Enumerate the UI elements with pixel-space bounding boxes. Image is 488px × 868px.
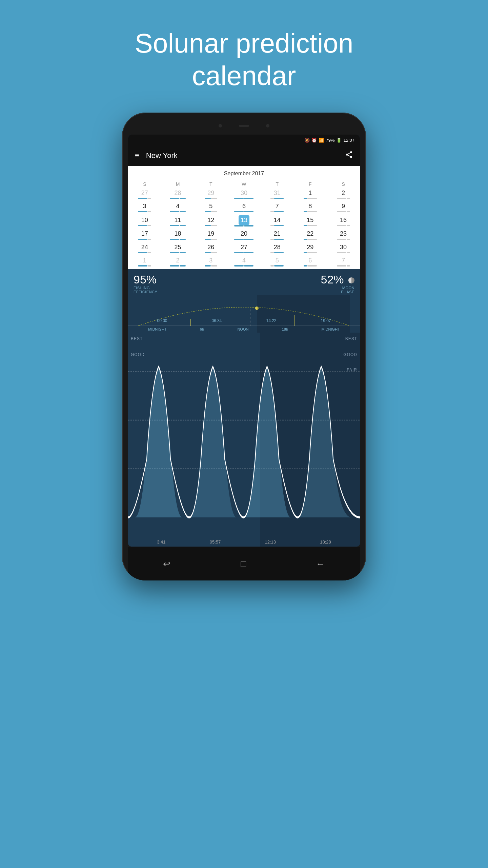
- day-number: 24: [128, 243, 161, 252]
- calendar-day-cell[interactable]: 17: [128, 229, 161, 242]
- wave-good-label-right: GOOD: [343, 351, 357, 357]
- calendar-day-cell[interactable]: 16: [327, 215, 360, 229]
- calendar-day-cell[interactable]: 1: [128, 256, 161, 269]
- solunar-wave-chart: BEST GOOD BEST GOOD FAIR: [128, 333, 360, 547]
- sun-axis: MIDNIGHT 6h NOON 18h MIDNIGHT: [128, 326, 360, 333]
- wave-time-1: 3:41: [157, 539, 165, 545]
- wave-time-3: 12:13: [265, 539, 276, 545]
- calendar-day-cell[interactable]: 28: [261, 242, 294, 256]
- calendar-day-cell[interactable]: 5: [261, 256, 294, 269]
- day-number: 13: [239, 215, 249, 225]
- day-number: 25: [161, 243, 195, 252]
- solunar-bar: [262, 252, 292, 254]
- calendar-day-cell[interactable]: 23: [327, 229, 360, 242]
- solunar-bar: [229, 225, 259, 227]
- sensor: [266, 124, 269, 127]
- solunar-bar: [163, 239, 193, 240]
- calendar-day-cell[interactable]: 2: [161, 256, 195, 269]
- calendar-day-cell[interactable]: 3: [128, 201, 161, 215]
- day-number: 28: [161, 189, 195, 197]
- day-number: 22: [294, 230, 327, 238]
- solunar-bar: [262, 265, 292, 267]
- calendar-day-cell[interactable]: 4: [227, 256, 261, 269]
- calendar-day-cell[interactable]: 26: [194, 242, 227, 256]
- calendar-day-cell[interactable]: 7: [261, 201, 294, 215]
- day-number: 26: [194, 243, 227, 252]
- calendar-day-cell[interactable]: 2: [327, 188, 360, 201]
- day-number: 17: [128, 230, 161, 238]
- calendar-day-cell[interactable]: 14: [261, 215, 294, 229]
- calendar-day-cell[interactable]: 1: [294, 188, 327, 201]
- solunar-bar: [129, 239, 160, 240]
- nav-back-button[interactable]: ↩: [163, 559, 170, 569]
- calendar-day-cell[interactable]: 4: [161, 201, 195, 215]
- phone-mockup: 🔕 ⏰ 📶 79% 🔋 12:07 ≡ New York: [122, 113, 366, 580]
- calendar-day-cell[interactable]: 19: [194, 229, 227, 242]
- calendar-day-cell[interactable]: 13: [227, 215, 261, 229]
- calendar-day-cell[interactable]: 7: [327, 256, 360, 269]
- solunar-bar: [163, 252, 193, 254]
- calendar-day-cell[interactable]: 30: [227, 188, 261, 201]
- calendar-day-cell[interactable]: 10: [128, 215, 161, 229]
- solunar-bar: [196, 252, 226, 254]
- calendar-day-cell[interactable]: 21: [261, 229, 294, 242]
- hero-title: Solunar prediction calendar: [92, 27, 396, 92]
- solunar-bar: [229, 198, 259, 199]
- calendar-day-cell[interactable]: 18: [161, 229, 195, 242]
- calendar-day-cell[interactable]: 15: [294, 215, 327, 229]
- calendar-body[interactable]: 2728293031123456789101112131415161718192…: [128, 188, 360, 269]
- calendar-day-cell[interactable]: 6: [294, 256, 327, 269]
- wave-best-label-left: BEST: [131, 335, 143, 341]
- axis-6h: 6h: [200, 327, 204, 331]
- camera: [219, 124, 222, 127]
- time-display: 12:07: [343, 138, 354, 143]
- calendar-day-header: M: [161, 180, 195, 188]
- calendar-day-cell[interactable]: 11: [161, 215, 195, 229]
- calendar-day-cell[interactable]: 27: [227, 242, 261, 256]
- status-icons: 🔕 ⏰ 📶 79% 🔋 12:07: [304, 138, 354, 143]
- nav-prev-button[interactable]: ←: [316, 559, 325, 569]
- calendar-day-cell[interactable]: 29: [294, 242, 327, 256]
- calendar-day-cell[interactable]: 9: [327, 201, 360, 215]
- day-number: 2: [327, 189, 360, 197]
- calendar-day-header: W: [227, 180, 261, 188]
- calendar[interactable]: September 2017 SMTWTFS 27282930311234567…: [128, 166, 360, 269]
- calendar-week-row: 17181920212223: [128, 229, 360, 242]
- calendar-day-cell[interactable]: 24: [128, 242, 161, 256]
- speaker: [239, 125, 249, 127]
- moon-phase-label: MOONPHASE: [321, 286, 354, 294]
- calendar-day-cell[interactable]: 27: [128, 188, 161, 201]
- calendar-day-cell[interactable]: 5: [194, 201, 227, 215]
- calendar-day-cell[interactable]: 3: [194, 256, 227, 269]
- stats-section: 95% FISHINGEFFICIENCY 52% MOONPHASE: [128, 269, 360, 547]
- calendar-day-cell[interactable]: 12: [194, 215, 227, 229]
- calendar-day-cell[interactable]: 30: [327, 242, 360, 256]
- day-number: 3: [194, 256, 227, 265]
- solunar-bar: [129, 252, 160, 254]
- mute-icon: 🔕: [304, 138, 310, 143]
- day-number: 5: [194, 202, 227, 211]
- calendar-day-cell[interactable]: 22: [294, 229, 327, 242]
- phone-notch: [219, 122, 269, 130]
- calendar-day-cell[interactable]: 28: [161, 188, 195, 201]
- solunar-bar: [295, 265, 326, 267]
- calendar-day-cell[interactable]: 8: [294, 201, 327, 215]
- calendar-day-cell[interactable]: 6: [227, 201, 261, 215]
- share-button[interactable]: [345, 151, 353, 161]
- day-number: 6: [294, 256, 327, 265]
- solunar-bar: [262, 239, 292, 240]
- solunar-bar: [262, 198, 292, 199]
- bottom-nav: ↩ □ ←: [128, 547, 360, 580]
- axis-midnight1: MIDNIGHT: [148, 327, 166, 331]
- calendar-day-cell[interactable]: 29: [194, 188, 227, 201]
- day-number: 7: [261, 202, 294, 211]
- sun-time-sunrise: 06:34: [211, 318, 222, 323]
- calendar-day-cell[interactable]: 25: [161, 242, 195, 256]
- day-number: 12: [194, 216, 227, 224]
- menu-button[interactable]: ≡: [135, 151, 139, 160]
- axis-noon: NOON: [237, 327, 248, 331]
- calendar-day-cell[interactable]: 20: [227, 229, 261, 242]
- solunar-bar: [328, 265, 359, 267]
- calendar-day-cell[interactable]: 31: [261, 188, 294, 201]
- nav-home-button[interactable]: □: [241, 559, 246, 569]
